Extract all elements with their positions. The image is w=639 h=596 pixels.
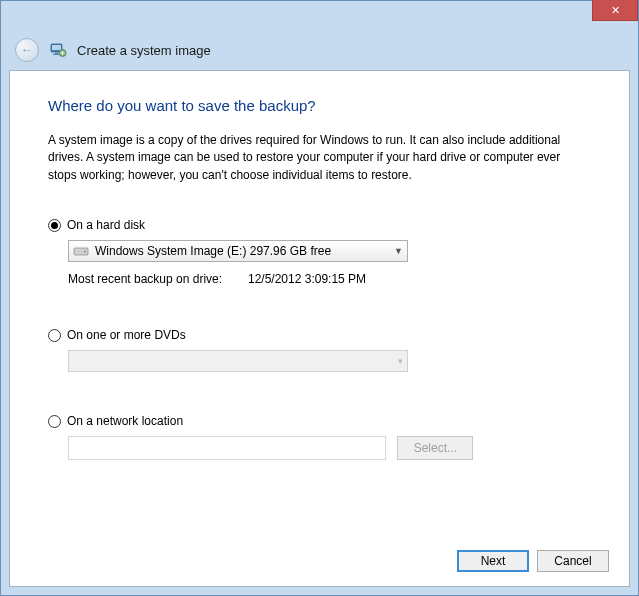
chevron-down-icon: ▼ <box>394 246 403 256</box>
backup-info-row: Most recent backup on drive: 12/5/2012 3… <box>68 272 591 286</box>
svg-point-6 <box>84 251 86 253</box>
backup-info-value: 12/5/2012 3:09:15 PM <box>248 272 366 286</box>
titlebar: ✕ <box>0 0 639 30</box>
radio-label-hard-disk: On a hard disk <box>67 218 145 232</box>
option-network: On a network location Select... <box>48 414 591 460</box>
page-description: A system image is a copy of the drives r… <box>48 132 591 184</box>
page-heading: Where do you want to save the backup? <box>48 97 591 114</box>
radio-row-hard-disk[interactable]: On a hard disk <box>48 218 591 232</box>
radio-label-dvd: On one or more DVDs <box>67 328 186 342</box>
content-panel: Where do you want to save the backup? A … <box>9 70 630 587</box>
backup-info-label: Most recent backup on drive: <box>68 272 248 286</box>
radio-label-network: On a network location <box>67 414 183 428</box>
radio-network[interactable] <box>48 415 61 428</box>
option-dvd: On one or more DVDs ▾ <box>48 328 591 372</box>
cancel-button[interactable]: Cancel <box>537 550 609 572</box>
back-button[interactable]: ← <box>15 38 39 62</box>
drive-dropdown[interactable]: Windows System Image (E:) 297.96 GB free… <box>68 240 408 262</box>
wizard-header: ← Create a system image <box>0 30 639 70</box>
wizard-footer: Next Cancel <box>457 550 609 572</box>
dvd-dropdown: ▾ <box>68 350 408 372</box>
back-arrow-icon: ← <box>21 43 33 57</box>
radio-hard-disk[interactable] <box>48 219 61 232</box>
next-button[interactable]: Next <box>457 550 529 572</box>
close-button[interactable]: ✕ <box>592 0 638 21</box>
network-path-input <box>68 436 386 460</box>
system-image-icon <box>49 41 67 59</box>
content-frame: Where do you want to save the backup? A … <box>0 70 639 596</box>
wizard-title: Create a system image <box>77 43 211 58</box>
svg-rect-2 <box>55 52 58 54</box>
radio-row-dvd[interactable]: On one or more DVDs <box>48 328 591 342</box>
select-network-button: Select... <box>397 436 473 460</box>
hard-drive-icon <box>73 245 89 257</box>
drive-dropdown-value: Windows System Image (E:) 297.96 GB free <box>95 244 331 258</box>
radio-row-network[interactable]: On a network location <box>48 414 591 428</box>
option-hard-disk: On a hard disk Windows System Image (E:)… <box>48 218 591 286</box>
svg-rect-1 <box>52 45 61 50</box>
close-icon: ✕ <box>611 4 620 17</box>
chevron-down-icon: ▾ <box>398 356 403 366</box>
radio-dvd[interactable] <box>48 329 61 342</box>
